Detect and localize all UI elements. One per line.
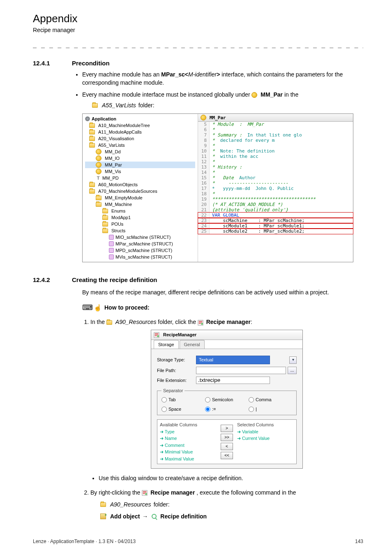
precondition-item-1: Every machine module has an MPar_sc<M-id… — [82, 71, 363, 87]
gvl-icon — [96, 169, 101, 174]
section-title: Creating the recipe definition — [72, 276, 157, 283]
file-ext-label: File Extension: — [157, 377, 196, 384]
gvl-icon — [96, 155, 101, 161]
precondition-item-2: Every machine module interface must be i… — [82, 91, 363, 109]
header-title: Appendix — [33, 12, 363, 25]
divider: _ _ _ _ _ _ _ _ _ _ _ _ _ _ _ _ _ _ _ _ … — [33, 41, 363, 48]
svg-point-1 — [201, 323, 203, 324]
radio-space[interactable]: Space — [161, 406, 205, 413]
section-intro: By means of the recipe manager, differen… — [82, 289, 363, 296]
struct-icon — [109, 241, 114, 246]
struct-icon — [109, 235, 114, 240]
code-editor: MM_Par 5* Module : MM_Par6*7* Summary : … — [198, 114, 353, 262]
move-all-left-button[interactable]: << — [221, 452, 233, 459]
pd-icon: T — [96, 176, 101, 180]
footer-left: Lenze · ApplicationTemplate · 1.3 EN - 0… — [33, 539, 136, 544]
struct-icon — [109, 248, 114, 253]
section-12-4-2: 12.4.2 Creating the recipe definition — [33, 276, 363, 283]
struct-icon — [109, 254, 114, 259]
file-path-input[interactable] — [196, 367, 286, 374]
tree-mm-par-selected[interactable]: MM_Par — [85, 162, 195, 168]
gvl-icon — [201, 115, 206, 120]
folder-icon — [92, 103, 98, 108]
radio-assign[interactable]: := — [205, 406, 249, 413]
folder-icon — [89, 189, 95, 194]
storage-type-select[interactable]: Textual — [196, 356, 270, 364]
folder-icon — [100, 502, 106, 507]
gvl-icon — [96, 162, 101, 168]
radio-pipe[interactable]: | — [249, 406, 292, 413]
recipe-manager-icon — [154, 332, 159, 338]
magnifier-icon — [152, 514, 157, 519]
section-number: 12.4.1 — [33, 60, 72, 67]
tab-general[interactable]: General — [180, 340, 205, 349]
add-object-icon — [100, 513, 106, 519]
gvl-icon — [96, 149, 101, 155]
ide-screenshot: Application A10_MachineModuleTree A11_Mo… — [82, 113, 353, 262]
folder-icon — [96, 202, 101, 207]
svg-point-5 — [145, 493, 147, 495]
file-ext-input[interactable] — [196, 377, 270, 384]
gvl-icon — [251, 92, 257, 98]
how-to-icon: ⌨☝ — [82, 303, 102, 312]
folder-icon — [89, 136, 95, 141]
step-1-note: Use this dialog window to create/save a … — [99, 474, 363, 483]
folder-icon — [89, 130, 95, 134]
folder-icon — [102, 229, 108, 233]
step-1: In the A90_Resources folder, click the R… — [90, 318, 363, 483]
recipe-manager-icon — [198, 320, 203, 326]
move-right-button[interactable]: > — [221, 425, 233, 432]
a55-folder-line: A55_VarLists folder: — [92, 102, 363, 110]
app-icon — [85, 116, 90, 121]
folder-icon — [102, 222, 108, 227]
radio-tab[interactable]: Tab — [161, 396, 205, 403]
columns-selector: Available Columns ➜ Type ➜ Name ➜ Commen… — [157, 419, 297, 464]
folder-icon — [89, 143, 95, 148]
how-to-proceed: ⌨☝ How to proceed: — [82, 303, 363, 312]
separator-group: Separator Tab Semicolon Comma Space := | — [157, 387, 297, 416]
file-path-label: File Path: — [157, 367, 196, 374]
steps-list: In the A90_Resources folder, click the R… — [90, 318, 363, 521]
folder-icon — [102, 215, 108, 220]
project-tree: Application A10_MachineModuleTree A11_Mo… — [83, 114, 198, 262]
precondition-list: Every machine module has an MPar_sc<M-id… — [82, 71, 363, 109]
storage-type-label: Storage Type: — [157, 356, 196, 363]
footer-page-number: 143 — [355, 539, 363, 544]
folder-icon — [89, 123, 95, 128]
section-12-4-1: 12.4.1 Precondition — [33, 60, 363, 67]
browse-button[interactable]: ... — [288, 367, 297, 374]
step-2: By right-clicking the Recipe manager , e… — [90, 488, 363, 521]
svg-point-3 — [157, 335, 159, 337]
header-sub: Recipe manager — [33, 27, 363, 33]
folder-icon — [102, 209, 108, 213]
radio-semicolon[interactable]: Semicolon — [205, 396, 249, 403]
tab-storage[interactable]: Storage — [154, 340, 179, 349]
section-title: Precondition — [72, 60, 110, 67]
recipe-manager-icon — [142, 490, 148, 496]
page-footer: Lenze · ApplicationTemplate · 1.3 EN - 0… — [33, 539, 363, 544]
folder-icon — [106, 320, 112, 325]
radio-comma[interactable]: Comma — [249, 396, 292, 403]
folder-icon — [89, 183, 95, 187]
section-number: 12.4.2 — [33, 276, 72, 283]
folder-icon — [96, 196, 101, 200]
move-all-right-button[interactable]: >> — [221, 434, 233, 441]
recipe-manager-dialog: RecipeManager Storage General Storage Ty… — [151, 330, 303, 469]
move-left-button[interactable]: < — [221, 443, 233, 450]
dropdown-icon[interactable]: ▾ — [289, 356, 297, 364]
page-header: Appendix Recipe manager — [33, 12, 363, 33]
